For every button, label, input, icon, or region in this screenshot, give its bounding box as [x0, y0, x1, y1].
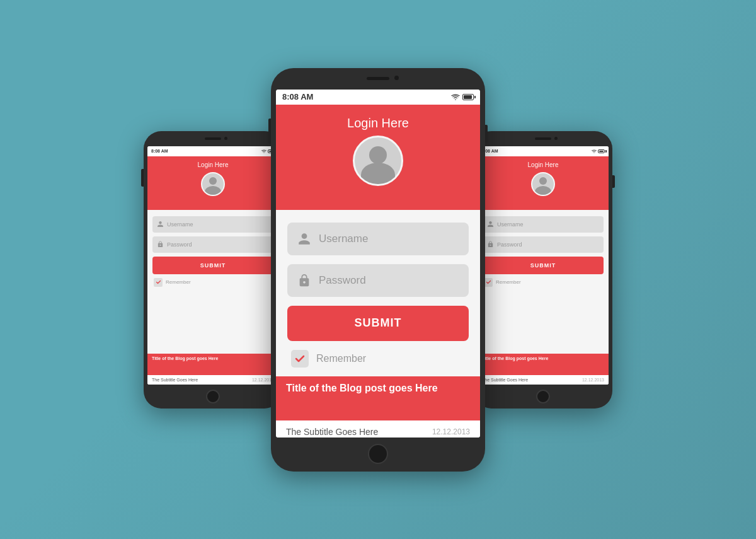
status-bar-center: 8:08 AM	[276, 90, 480, 105]
phone-right: 8:08 AM Login Here	[474, 131, 612, 409]
status-icons-right	[592, 149, 605, 153]
login-header-left: Login Here	[147, 156, 278, 210]
checkmark-icon-left	[156, 279, 161, 285]
remember-row-left: Remember	[152, 278, 273, 287]
blog-subtitle-center: The Subtitle Goes Here	[286, 427, 378, 437]
username-field-center[interactable]: Username	[287, 223, 469, 255]
status-bar-right: 8:08 AM	[478, 146, 609, 156]
password-placeholder-left: Password	[167, 241, 192, 248]
login-header-right: Login Here	[478, 156, 609, 210]
person-icon-left	[157, 221, 164, 228]
remember-checkbox-left[interactable]	[154, 278, 163, 287]
username-placeholder-left: Username	[167, 221, 193, 228]
lock-icon-left	[157, 241, 164, 248]
remember-checkbox-right[interactable]	[484, 278, 493, 287]
screen-left: 8:08 AM Login Here	[147, 146, 278, 385]
login-header-center: Login Here	[276, 105, 480, 210]
password-field-center[interactable]: Password	[287, 264, 469, 297]
phones-container: 8:08 AM Login Here	[144, 68, 612, 472]
blog-meta-center: The Subtitle Goes Here 12.12.2013	[286, 427, 470, 437]
blog-date-center: 12.12.2013	[432, 427, 470, 436]
username-field-right[interactable]: Username	[483, 216, 604, 233]
home-button-center[interactable]	[368, 444, 388, 464]
remember-label-left: Remember	[166, 279, 191, 285]
password-field-left[interactable]: Password	[152, 236, 273, 253]
app-content-center: Login Here Username	[276, 105, 480, 438]
blog-card-body-center: The Subtitle Goes Here 12.12.2013	[276, 420, 480, 438]
phone-left: 8:08 AM Login Here	[144, 131, 282, 409]
checkmark-icon-center	[294, 353, 306, 364]
screen-center: 8:08 AM Login Here	[276, 90, 480, 438]
password-placeholder-center: Password	[319, 274, 366, 287]
app-content-right: Login Here Username	[478, 156, 609, 385]
battery-icon-right	[598, 149, 605, 153]
remember-row-right: Remember	[483, 278, 604, 287]
remember-checkbox-center[interactable]	[291, 350, 309, 368]
wifi-icon-center	[451, 94, 460, 100]
login-title-right: Login Here	[481, 161, 605, 168]
blog-card-left: Title of the Blog post goes Here The Sub…	[147, 354, 278, 385]
blog-card-header-left: Title of the Blog post goes Here	[147, 354, 278, 375]
blog-card-body-left: The Subtitle Goes Here 12.12.2013	[147, 375, 278, 385]
home-button-right[interactable]	[536, 390, 550, 403]
blog-subtitle-left: The Subtitle Goes Here	[152, 378, 198, 382]
camera-left	[224, 137, 227, 140]
blog-title-center: Title of the Blog post goes Here	[276, 376, 480, 394]
blog-date-right: 12.12.2013	[582, 378, 604, 382]
camera-right	[554, 137, 558, 140]
avatar-container-center	[285, 136, 471, 186]
blog-card-header-center: Title of the Blog post goes Here	[276, 376, 480, 420]
status-icons-center	[451, 94, 474, 100]
blog-card-body-right: The Subtitle Goes Here 12.12.2013	[478, 375, 609, 385]
blog-title-left: Title of the Blog post goes Here	[147, 354, 278, 361]
username-placeholder-center: Username	[319, 233, 368, 245]
remember-row-center: Remember	[287, 350, 469, 368]
avatar-left	[201, 172, 225, 196]
login-title-left: Login Here	[151, 161, 275, 168]
speaker-center	[367, 77, 389, 80]
blog-meta-left: The Subtitle Goes Here 12.12.2013	[152, 378, 274, 382]
lock-icon-right	[487, 241, 494, 248]
blog-meta-right: The Subtitle Goes Here 12.12.2013	[482, 378, 604, 382]
wifi-icon-left	[261, 149, 266, 153]
username-placeholder-right: Username	[497, 221, 524, 228]
login-title-center: Login Here	[285, 116, 471, 130]
status-bar-left: 8:08 AM	[147, 146, 278, 156]
password-field-right[interactable]: Password	[483, 236, 604, 253]
avatar-right	[531, 172, 555, 196]
avatar-container-left	[151, 172, 275, 196]
remember-label-center: Remember	[316, 353, 366, 364]
submit-button-left[interactable]: SUBMIT	[152, 257, 273, 274]
camera-center	[394, 76, 399, 80]
person-icon-right	[487, 221, 494, 228]
speaker-left	[205, 137, 221, 140]
home-button-left[interactable]	[206, 390, 220, 403]
username-field-left[interactable]: Username	[152, 216, 273, 233]
checkmark-icon-right	[486, 279, 491, 285]
blog-subtitle-right: The Subtitle Goes Here	[482, 378, 528, 382]
form-section-right: Username Password SUBMIT	[478, 210, 609, 291]
battery-icon-center	[462, 94, 474, 100]
person-icon-center	[297, 232, 311, 246]
avatar-center	[353, 136, 403, 186]
submit-button-right[interactable]: SUBMIT	[483, 257, 604, 274]
lock-icon-center	[297, 274, 311, 287]
remember-label-right: Remember	[496, 279, 521, 285]
phone-center: 8:08 AM Login Here	[271, 68, 485, 472]
wifi-icon-right	[592, 149, 597, 153]
blog-title-right: Title of the Blog post goes Here	[478, 354, 609, 361]
speaker-right	[535, 137, 551, 140]
time-center: 8:08 AM	[282, 92, 313, 101]
password-placeholder-right: Password	[497, 241, 522, 248]
submit-button-center[interactable]: SUBMIT	[287, 306, 469, 341]
screen-right: 8:08 AM Login Here	[478, 146, 609, 385]
form-section-left: Username Password SUBMIT	[147, 210, 278, 291]
blog-card-header-right: Title of the Blog post goes Here	[478, 354, 609, 375]
form-section-center: Username Password SUBMIT	[276, 210, 480, 376]
time-left: 8:08 AM	[151, 149, 168, 153]
app-content-left: Login Here Username	[147, 156, 278, 385]
avatar-container-right	[481, 172, 605, 196]
blog-card-center: Title of the Blog post goes Here The Sub…	[276, 376, 480, 438]
blog-card-right: Title of the Blog post goes Here The Sub…	[478, 354, 609, 385]
